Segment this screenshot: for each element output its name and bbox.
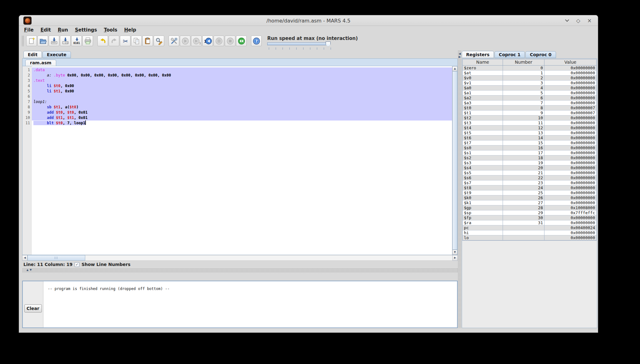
new-file-button[interactable] <box>26 36 37 46</box>
code-line-11[interactable]: blt $t0, 7, loop1 <box>32 121 452 126</box>
register-row-k1[interactable]: $k1270x00000000 <box>463 200 596 205</box>
register-val[interactable]: 0x00000000 <box>544 215 596 220</box>
splitter-down-icon[interactable]: ▼ <box>30 268 32 271</box>
column-header-number[interactable]: Number <box>503 59 544 66</box>
code-line-4[interactable]: li $t0, 0x00 <box>32 83 452 89</box>
tab-edit[interactable]: Edit <box>23 51 42 58</box>
tab-coproc-0[interactable]: Coproc 0 <box>525 51 556 58</box>
register-row-s7[interactable]: $s7230x00000000 <box>463 180 596 185</box>
code-line-7[interactable]: loop1: <box>32 99 452 105</box>
code-line-10[interactable]: add $t1, $t1, 0x01 <box>32 115 452 121</box>
register-val[interactable]: 0x00000000 <box>544 76 596 81</box>
register-val[interactable]: 0x00000000 <box>544 66 596 71</box>
register-val[interactable]: 0x00000000 <box>544 220 596 225</box>
code-line-2[interactable]: a: .byte 0x00, 0x00, 0x00, 0x00, 0x00, 0… <box>32 73 452 78</box>
open-file-button[interactable] <box>37 36 48 46</box>
minimize-icon[interactable] <box>564 17 570 24</box>
register-row-s5[interactable]: $s5210x00000000 <box>463 170 596 175</box>
splitter-right-icon[interactable]: ▶ <box>458 55 462 58</box>
close-icon[interactable]: × <box>587 17 592 24</box>
register-val[interactable]: 0x00000000 <box>544 96 596 101</box>
register-row-a3[interactable]: $a370x00000000 <box>463 101 596 106</box>
register-row-v0[interactable]: $v020x00000000 <box>463 76 596 81</box>
register-val[interactable]: 0x00000000 <box>544 101 596 106</box>
slider-thumb[interactable] <box>326 42 331 47</box>
cut-button[interactable]: ✂ <box>120 36 130 46</box>
register-val[interactable]: 0x00000000 <box>544 160 596 165</box>
tab-execute[interactable]: Execute <box>42 51 71 58</box>
slider-track[interactable] <box>267 42 330 45</box>
scroll-up-icon[interactable]: ▲ <box>452 66 457 71</box>
register-val[interactable]: 0x00000000 <box>544 155 596 160</box>
horizontal-splitter[interactable]: ▲▼ <box>22 268 458 273</box>
run-speed-slider[interactable] <box>267 42 330 46</box>
print-button[interactable] <box>82 36 93 46</box>
register-row-t5[interactable]: $t5130x00000000 <box>463 130 596 135</box>
register-val[interactable]: 0x00000000 <box>544 130 596 135</box>
run-io-output[interactable]: -- program is finished running (dropped … <box>43 281 457 327</box>
register-val[interactable]: 0x00000000 <box>544 140 596 145</box>
register-row-s4[interactable]: $s4200x00000000 <box>463 165 596 170</box>
help-button[interactable]: ? <box>251 36 262 46</box>
menu-settings[interactable]: Settings <box>71 26 101 34</box>
register-val[interactable]: 0x00000000 <box>544 190 596 195</box>
code-line-9[interactable]: add $t0, $t0, 0x01 <box>32 110 452 115</box>
register-val[interactable]: 0x00000000 <box>544 230 596 235</box>
register-val[interactable]: 0x00000000 <box>544 86 596 91</box>
find-replace-button[interactable] <box>154 36 164 46</box>
register-val[interactable]: 0x00000000 <box>544 81 596 86</box>
register-row-gp[interactable]: $gp280x10008000 <box>463 205 596 210</box>
menu-file[interactable]: File <box>21 26 37 34</box>
code-line-6[interactable] <box>32 94 452 99</box>
menu-edit[interactable]: Edit <box>37 26 54 34</box>
register-row-ra[interactable]: $ra310x00000000 <box>463 220 596 225</box>
register-row-k0[interactable]: $k0260x00000000 <box>463 195 596 200</box>
dump-memory-button[interactable]: 0101 <box>71 36 82 46</box>
register-row-lo[interactable]: lo0x00000000 <box>463 235 596 240</box>
tab-coproc-1[interactable]: Coproc 1 <box>495 51 525 58</box>
register-val[interactable]: 0x00000000 <box>544 200 596 205</box>
save-button[interactable] <box>49 36 59 46</box>
vertical-scroll-thumb[interactable] <box>452 71 457 250</box>
code-line-1[interactable]: .data <box>32 67 452 73</box>
toolbar-grip[interactable] <box>22 36 24 46</box>
register-row-t3[interactable]: $t3110x00000000 <box>463 121 596 125</box>
register-val[interactable]: 0x00000000 <box>544 145 596 150</box>
register-row-v1[interactable]: $v130x00000000 <box>463 81 596 86</box>
register-val[interactable]: 0x00000000 <box>544 175 596 180</box>
tab-registers[interactable]: Registers <box>462 51 494 58</box>
register-row-t1[interactable]: $t190x00000007 <box>463 111 596 116</box>
code-text-area[interactable]: .data a: .byte 0x00, 0x00, 0x00, 0x00, 0… <box>32 66 452 255</box>
register-val[interactable]: 0x00000000 <box>544 165 596 170</box>
register-row-t4[interactable]: $t4120x00000000 <box>463 125 596 130</box>
scroll-down-icon[interactable]: ▼ <box>452 250 457 255</box>
column-header-value[interactable]: Value <box>544 59 596 66</box>
register-row-t7[interactable]: $t7150x00000000 <box>463 140 596 145</box>
register-row-fp[interactable]: $fp300x00000000 <box>463 215 596 220</box>
show-line-numbers-checkbox[interactable]: ✓ <box>75 262 79 267</box>
register-val[interactable]: 0x10008000 <box>544 205 596 210</box>
assemble-button[interactable] <box>169 36 179 46</box>
step-backward-button[interactable]: 1 <box>202 36 213 46</box>
register-row-s0[interactable]: $s0160x00000000 <box>463 145 596 150</box>
menu-help[interactable]: Help <box>121 26 140 34</box>
code-line-3[interactable]: .text <box>32 78 452 83</box>
register-val[interactable]: 0x00000000 <box>544 125 596 130</box>
maximize-icon[interactable]: ◇ <box>575 17 581 24</box>
register-row-s3[interactable]: $s3190x00000000 <box>463 160 596 165</box>
run-button[interactable] <box>180 36 190 46</box>
register-val[interactable]: 0x00000000 <box>544 170 596 175</box>
title-bar[interactable]: /home/david/ram.asm - MARS 4.5 ◇ × <box>19 15 598 26</box>
menu-run[interactable]: Run <box>54 26 71 34</box>
tab-ram-asm[interactable]: ram.asm <box>25 60 56 66</box>
column-header-name[interactable]: Name <box>463 59 503 66</box>
register-row-hi[interactable]: hi0x00000000 <box>463 230 596 235</box>
scroll-left-icon[interactable]: ◀ <box>22 255 27 261</box>
register-row-zero[interactable]: $zero00x00000000 <box>463 66 596 71</box>
scroll-right-icon[interactable]: ▶ <box>452 255 458 261</box>
copy-button[interactable] <box>131 36 142 46</box>
register-val[interactable]: 0x00000000 <box>544 180 596 185</box>
register-val[interactable]: 0x00000000 <box>544 135 596 140</box>
register-val[interactable]: 0x00000000 <box>544 235 596 240</box>
register-row-sp[interactable]: $sp290x7fffeffc <box>463 210 596 215</box>
